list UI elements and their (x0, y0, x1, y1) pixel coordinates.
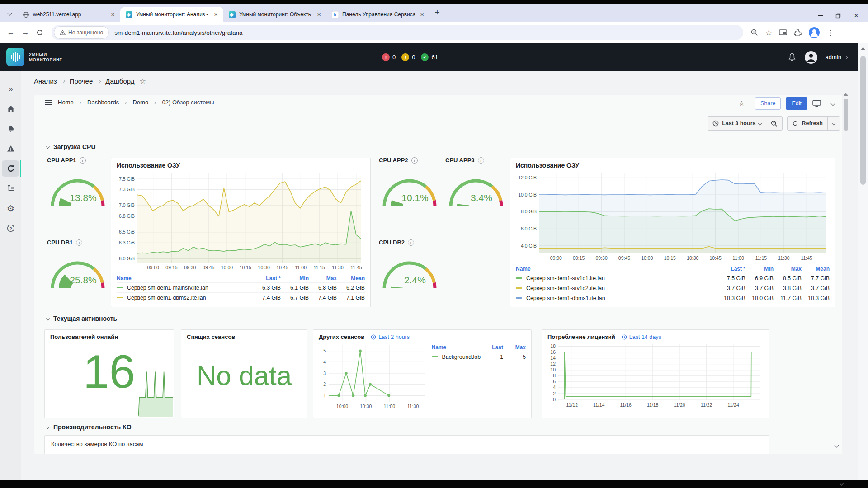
section-cpu-load[interactable]: Загрузка CPU (47, 143, 96, 150)
series-name[interactable]: Сервер sm-dem1-srv1c2.ite.lan (526, 285, 717, 291)
close-window-button[interactable]: × (847, 12, 865, 20)
user-avatar[interactable] (804, 51, 818, 64)
profile-avatar[interactable] (808, 27, 820, 38)
crumb-home[interactable]: Home (58, 99, 74, 106)
panel-other-sessions[interactable]: Других сеансов Last 2 hours 10:0010:3011… (313, 329, 532, 418)
back-button[interactable]: ← (4, 25, 18, 40)
legend-column[interactable]: Last * (253, 275, 281, 282)
new-tab-button[interactable]: + (431, 6, 443, 19)
legend-column[interactable]: Name (432, 344, 481, 351)
gauge-panel-cpu-app3[interactable]: CPU APP3i 3.4% (445, 157, 509, 211)
legend-column[interactable]: Name (117, 275, 253, 282)
refresh-button[interactable]: Refresh (788, 117, 827, 130)
sidebar-item-analysis-active[interactable] (0, 159, 21, 178)
tab-close-icon[interactable]: × (418, 11, 426, 19)
minimize-button[interactable] (811, 15, 829, 16)
browser-tab-vercel[interactable]: web2511.vercel.app × (17, 7, 120, 22)
critical-status-badge[interactable]: ! 0 (382, 53, 396, 61)
chevron-down-icon[interactable] (831, 101, 835, 106)
user-menu[interactable]: admin (826, 54, 847, 61)
browser-menu-icon[interactable]: ⋮ (827, 28, 834, 37)
legend-column[interactable]: Max (309, 275, 337, 282)
series-name[interactable]: Сервер sm-dem1-dbms2.ite.lan (127, 295, 253, 301)
tab-close-icon[interactable]: × (109, 11, 117, 19)
tab-close-icon[interactable]: × (315, 11, 323, 19)
tv-kiosk-icon[interactable] (812, 100, 821, 107)
sidebar-item-settings[interactable]: ⚙ (0, 198, 21, 218)
legend-column[interactable]: Last * (717, 266, 745, 272)
panel-time-override[interactable]: Last 2 hours (371, 334, 410, 340)
panel-users-online[interactable]: Пользователей онлайн 16 (44, 329, 174, 418)
grafana-scrollbar[interactable] (844, 99, 848, 131)
reading-mode-icon[interactable] (779, 29, 787, 36)
info-icon[interactable]: i (76, 239, 82, 246)
browser-tab-control-panel[interactable]: iT Панель Управления Сервисам × (326, 7, 429, 22)
panel-time-override[interactable]: Last 14 days (622, 334, 661, 340)
app-brand[interactable]: УМНЫЙ МОНИТОРИНГ (6, 48, 62, 66)
series-name[interactable]: Сервер sm-dem1-dbms1.ite.lan (526, 295, 717, 301)
legend-column[interactable]: Mean (802, 266, 830, 272)
legend-column[interactable]: Min (281, 275, 309, 282)
tab-close-icon[interactable]: × (212, 11, 220, 19)
sidebar-item-home[interactable] (0, 99, 21, 119)
scrollbar-thumb[interactable] (860, 56, 866, 185)
edit-button[interactable]: Edit (786, 97, 807, 110)
sidebar-item-problems[interactable] (0, 139, 21, 159)
info-icon[interactable]: i (411, 157, 418, 164)
gauge-panel-cpu-db2[interactable]: CPU DB2i 2.4% (379, 239, 443, 294)
refresh-interval-dropdown[interactable] (828, 117, 840, 130)
sidebar-item-alerts[interactable] (0, 119, 21, 139)
security-chip[interactable]: Не защищено (54, 26, 109, 39)
tab-search-button[interactable] (4, 7, 15, 19)
series-name[interactable]: Сервер sm-dem1-srv1c1.ite.lan (526, 275, 717, 282)
series-name[interactable]: BackgroundJob (442, 354, 481, 360)
legend-column[interactable]: Name (516, 266, 717, 272)
gauge-panel-cpu-app2[interactable]: CPU APP2i 10.1% (379, 157, 443, 211)
section-current-activity[interactable]: Текущая активность (47, 315, 117, 322)
ok-status-badge[interactable]: ✓ 61 (421, 53, 438, 61)
legend-column[interactable]: Max (503, 344, 526, 351)
warning-status-badge[interactable]: ! 0 (401, 53, 415, 61)
panel-sleeping-sessions[interactable]: Спящих сеансов No data (181, 329, 307, 418)
sidebar-expand-button[interactable]: » (0, 79, 21, 99)
browser-tab-analysis-active[interactable]: Умный мониторинг: Анализ – × (120, 7, 223, 22)
sidebar-item-help[interactable]: ? (0, 218, 21, 238)
section-ko-performance[interactable]: Производительность КО (47, 423, 132, 431)
info-icon[interactable]: i (80, 157, 86, 164)
gauge-panel-cpu-db1[interactable]: CPU DB1i 25.8% (47, 239, 111, 294)
panel-ram-usage-right[interactable]: Использование ОЗУ 09:0009:1509:3009:4510… (510, 158, 835, 307)
crumb-dashboard-title[interactable]: 02) Обзор системы (162, 99, 214, 106)
scroll-down-chevron[interactable] (840, 481, 844, 486)
bookmark-star-icon[interactable]: ☆ (765, 28, 772, 38)
forward-button[interactable]: → (18, 25, 33, 40)
info-icon[interactable]: i (408, 239, 414, 246)
panel-license-consumption[interactable]: Потребление лицензий Last 14 days 11/121… (542, 329, 769, 418)
legend-column[interactable]: Min (745, 266, 774, 272)
maximize-button[interactable] (829, 13, 847, 19)
crumb-demo[interactable]: Demo (132, 99, 148, 106)
panel-ko-measurements[interactable]: Количество замеров КО по часам (44, 435, 769, 454)
favorite-dashboard-star-icon[interactable]: ☆ (739, 99, 745, 108)
legend-column[interactable]: Last (481, 344, 503, 351)
time-range-picker[interactable]: Last 3 hours (708, 117, 766, 130)
page-scrollbar[interactable] (858, 43, 868, 480)
address-bar[interactable]: Не защищено sm-dem1-mainsrv.ite.lan/anal… (52, 25, 743, 40)
notifications-bell-icon[interactable] (788, 52, 797, 62)
breadcrumb-other[interactable]: Прочее (70, 77, 93, 85)
breadcrumb-dashboard[interactable]: Дашборд (105, 77, 134, 85)
series-name[interactable]: Сервер sm-dem1-mainsrv.ite.lan (127, 285, 253, 291)
legend-column[interactable]: Max (774, 266, 802, 272)
share-button[interactable]: Share (755, 97, 781, 110)
scroll-up-arrow[interactable] (861, 47, 865, 50)
zoom-icon[interactable] (750, 28, 759, 37)
reload-button[interactable] (33, 25, 47, 40)
browser-tab-objects[interactable]: Умный мониторинг: Объекты × (223, 7, 326, 22)
breadcrumb-analysis[interactable]: Анализ (34, 77, 57, 85)
panel-ram-usage-left[interactable]: Использование ОЗУ 09:0009:1509:3009:4510… (111, 158, 371, 307)
gauge-panel-cpu-app1[interactable]: CPU APP1i 13.8% (47, 157, 111, 211)
grafana-scroll-down-chevron[interactable] (835, 441, 838, 449)
grafana-scroll-up-arrow[interactable] (844, 93, 848, 96)
sidebar-item-objects[interactable] (0, 178, 21, 198)
favorite-star-icon[interactable]: ☆ (140, 77, 146, 85)
crumb-dashboards[interactable]: Dashboards (87, 99, 119, 106)
